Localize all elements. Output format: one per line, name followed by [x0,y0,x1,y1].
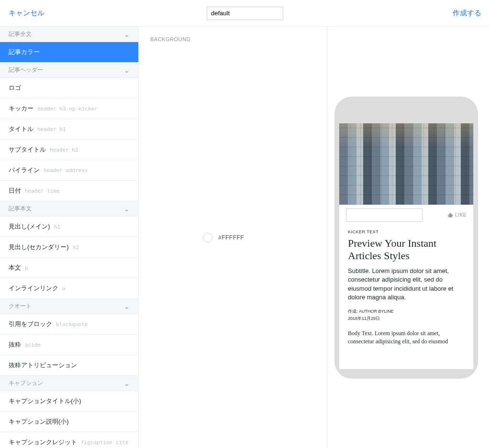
article-preview: KICKER TEXT Preview Your Instant Article… [339,226,473,346]
sidebar-item[interactable]: 本文p [0,258,138,278]
sidebar-item[interactable]: サブタイトルheader h2 [0,140,138,160]
sidebar-item[interactable]: 引用をブロックblockquote [0,314,138,335]
sidebar-item[interactable]: インラインリンクa [0,278,138,299]
group-label: 記事全文 [9,30,32,38]
sidebar-item-hint: p [25,265,28,271]
sidebar-item[interactable]: 見出し(セカンダリー)h2 [0,237,138,258]
thumbs-up-icon [447,212,453,218]
sidebar-item-hint: header h1 [37,126,66,132]
sidebar-item-hint: h2 [73,244,79,251]
sidebar-item[interactable]: キャプションタイトル(小) [0,391,138,412]
chevron-down-icon: ⌄ [124,66,130,74]
chevron-down-icon: ⌄ [124,380,130,387]
sidebar-item-hint: header time [25,188,60,194]
sidebar-item-hint: header h2 [50,147,78,153]
background-value: #FFFFFF [218,234,244,241]
sidebar-item[interactable]: バイラインheader address [0,160,138,181]
like-bar: LIKE [339,205,473,226]
hero-image [339,123,473,205]
preview-title: Preview Your Instant Articles Styles [348,237,465,262]
group-header[interactable]: 記事本文⌄ [0,201,138,217]
sidebar-item-hint: header address [44,167,88,174]
sidebar-item-hint: h1 [54,224,60,230]
sidebar-item-label: キッカー [9,104,33,113]
group-header[interactable]: 記事ヘッダー⌄ [0,63,138,78]
sidebar-item-label: 日付 [9,186,21,195]
sidebar-item-hint: aside [25,342,41,348]
sidebar-item-label: キャプションタイトル(小) [9,397,81,405]
preview-panel: LIKE KICKER TEXT Preview Your Instant Ar… [327,27,490,448]
sidebar-item-hint: header h3.op-kicker [37,106,98,112]
preview-date: 2016年11月29日 [348,316,465,322]
chevron-down-icon: ⌄ [124,303,130,310]
like-button[interactable]: LIKE [447,212,467,218]
sidebar-item-label: バイライン [9,166,40,175]
sidebar-item-hint: a [62,285,66,292]
sidebar-item[interactable]: 日付header time [0,181,138,201]
sidebar-item-label: 抜粋 [9,340,21,349]
sidebar-item-label: タイトル [9,125,33,133]
sidebar-item[interactable]: 抜粋aside [0,335,138,355]
sidebar-item-label: 本文 [9,263,21,272]
chevron-down-icon: ⌄ [124,31,130,38]
sidebar-item-label: 記事カラー [9,48,40,56]
group-label: 記事本文 [9,205,32,213]
sidebar-item[interactable]: キッカーheader h3.op-kicker [0,98,138,119]
sidebar-item[interactable]: 抜粋アトリビューション [0,355,138,376]
sidebar-item-label: キャプションクレジット [9,438,77,447]
sidebar-item[interactable]: キャプションクレジットfigcaption cite [0,432,138,448]
sidebar-item-label: サブタイトル [9,145,46,154]
sidebar-item-label: 見出し(セカンダリー) [9,243,69,251]
sidebar-item-label: キャプション説明(小) [9,417,69,426]
chevron-down-icon: ⌄ [124,205,130,213]
sidebar-item-hint: blockquote [56,321,88,328]
top-bar: キャンセル 作成する [0,0,490,27]
preview-kicker: KICKER TEXT [348,229,465,234]
sidebar-item-label: インラインリンク [9,284,58,293]
sidebar-item-label: 抜粋アトリビューション [9,361,77,370]
style-sidebar[interactable]: 記事全文⌄記事カラー記事ヘッダー⌄ロゴキッカーheader h3.op-kick… [0,27,139,448]
sidebar-item[interactable]: 記事カラー [0,42,138,63]
like-label: LIKE [455,212,467,218]
sidebar-item-label: 見出し(メイン) [9,222,50,231]
preview-body: Body Text. Lorem ipsum dolor sit amet, c… [348,329,465,346]
sidebar-item[interactable]: キャプション説明(小) [0,412,138,432]
group-label: クオート [9,302,32,310]
properties-panel: BACKGROUND #FFFFFF [139,27,327,448]
style-name-input[interactable] [207,7,283,20]
sidebar-item[interactable]: ロゴ [0,78,138,98]
preview-subtitle: Subtitle. Lorem ipsum dolor sit amet, co… [348,267,465,302]
sidebar-item-hint: figcaption cite [81,439,128,446]
group-header[interactable]: 記事全文⌄ [0,27,138,42]
background-swatch[interactable] [203,233,212,242]
background-label: BACKGROUND [150,36,203,438]
preview-byline: 作成: AUTHOR BYLINE [348,308,465,315]
sidebar-item[interactable]: 見出し(メイン)h1 [0,217,138,237]
group-header[interactable]: キャプション⌄ [0,376,138,391]
sidebar-item-label: ロゴ [9,84,21,92]
group-label: キャプション [9,379,43,387]
group-label: 記事ヘッダー [9,66,43,74]
phone-screen: LIKE KICKER TEXT Preview Your Instant Ar… [339,123,473,369]
phone-frame: LIKE KICKER TEXT Preview Your Instant Ar… [334,97,478,379]
sidebar-item-label: 引用をブロック [9,320,52,328]
group-header[interactable]: クオート⌄ [0,299,138,314]
sidebar-item[interactable]: タイトルheader h1 [0,119,138,140]
create-button[interactable]: 作成する [453,9,481,17]
cancel-button[interactable]: キャンセル [9,9,45,17]
preview-input-box [346,208,423,222]
